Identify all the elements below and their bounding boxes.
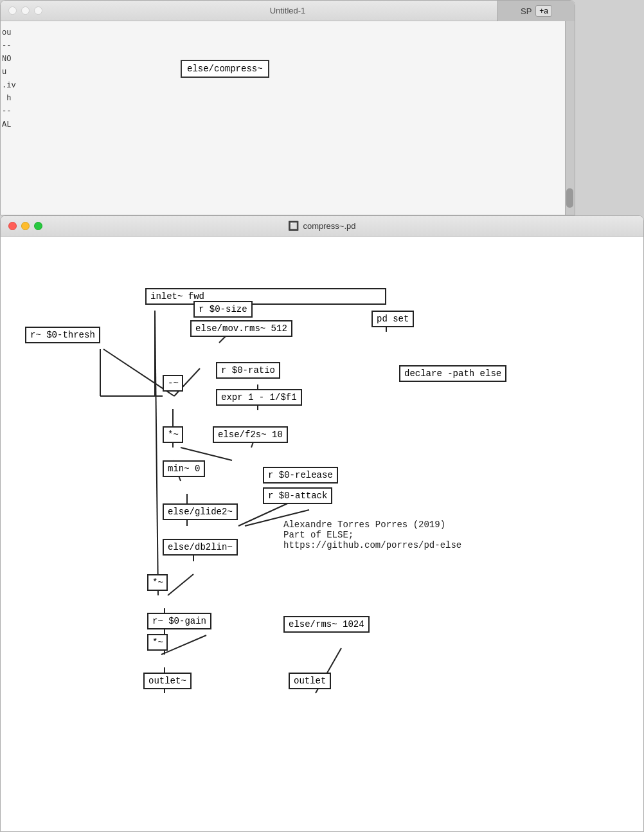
comment-line2: Part of ELSE;: [283, 530, 461, 540]
top-maximize-button[interactable]: [34, 6, 42, 15]
svg-line-19: [161, 635, 206, 655]
top-titlebar: Untitled-1 SP +a: [1, 1, 575, 21]
top-title: Untitled-1: [270, 6, 306, 15]
glide2-box[interactable]: else/glide2~: [163, 503, 238, 520]
pd-file-icon: 🔲: [288, 221, 299, 231]
r-attack-box[interactable]: r $0-attack: [263, 487, 332, 504]
top-minimize-button[interactable]: [21, 6, 30, 15]
r-ratio-box[interactable]: r $0-ratio: [216, 362, 280, 379]
declare-box[interactable]: declare -path else: [399, 365, 506, 382]
comment-line1: Alexandre Torres Porres (2019): [283, 520, 461, 530]
r-release-box[interactable]: r $0-release: [263, 467, 338, 484]
main-maximize-button[interactable]: [34, 222, 42, 230]
main-traffic-lights: [8, 222, 42, 230]
r-thresh-box[interactable]: r~ $0-thresh: [25, 327, 100, 343]
r-size-box[interactable]: r $0-size: [193, 301, 253, 318]
add-button[interactable]: +a: [535, 5, 552, 17]
star-tilde-1-box[interactable]: *~: [163, 426, 183, 443]
main-close-button[interactable]: [8, 222, 17, 230]
svg-line-18: [155, 311, 158, 595]
outlet-box[interactable]: outlet: [289, 673, 331, 689]
r-gain-box[interactable]: r~ $0-gain: [147, 613, 211, 629]
expr-box[interactable]: expr 1 - 1/$f1: [216, 389, 302, 406]
main-window: 🔲 compress~.pd: [0, 215, 644, 832]
scrollbar-thumb[interactable]: [566, 188, 573, 208]
main-title: compress~.pd: [303, 221, 355, 231]
sp-label: SP: [521, 6, 532, 16]
rms-box[interactable]: else/rms~ 1024: [283, 616, 370, 633]
outlet-tilde-box[interactable]: outlet~: [143, 673, 192, 689]
scrollbar[interactable]: [565, 21, 575, 215]
top-close-button[interactable]: [8, 6, 17, 15]
db2lin-box[interactable]: else/db2lin~: [163, 539, 238, 556]
minus-tilde-box[interactable]: -~: [163, 375, 183, 392]
main-titlebar: 🔲 compress~.pd: [1, 216, 643, 237]
mov-rms-box[interactable]: else/mov.rms~ 512: [190, 320, 292, 337]
main-content: inlet~ fwd r $0-size pd set r~ $0-thresh…: [1, 237, 643, 832]
comment-block: Alexandre Torres Porres (2019) Part of E…: [283, 520, 461, 550]
pd-set-box[interactable]: pd set: [371, 311, 414, 327]
svg-line-17: [168, 574, 193, 595]
top-window: Untitled-1 SP +a ou -- NO u .iv h -- AL …: [0, 0, 575, 215]
svg-line-11: [181, 448, 232, 460]
else-compress-box[interactable]: else/compress~: [181, 60, 269, 78]
min-tilde-box[interactable]: min~ 0: [163, 460, 205, 477]
inlet-fwd-box[interactable]: inlet~ fwd: [145, 288, 386, 305]
main-minimize-button[interactable]: [21, 222, 30, 230]
star-tilde-3-box[interactable]: *~: [147, 634, 168, 651]
top-content: ou -- NO u .iv h -- AL else/compress~: [1, 21, 575, 215]
top-traffic-lights: [8, 6, 42, 15]
comment-line3: https://github.com/porres/pd-else: [283, 540, 461, 550]
f2s-box[interactable]: else/f2s~ 10: [213, 426, 288, 443]
star-tilde-2-box[interactable]: *~: [147, 574, 168, 591]
sidebar-text: ou -- NO u .iv h -- AL: [2, 26, 16, 131]
